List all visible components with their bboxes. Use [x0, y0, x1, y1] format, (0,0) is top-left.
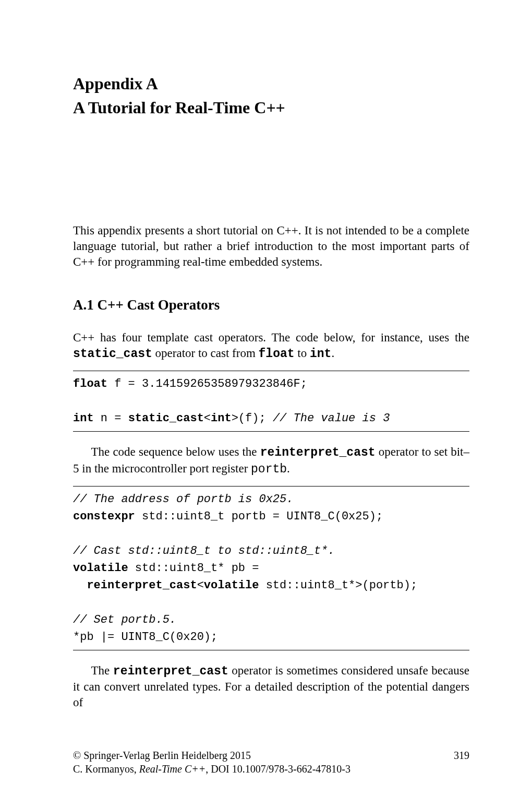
footer-title: Real-Time C++ [139, 763, 206, 775]
para2-pre: The [91, 664, 113, 677]
code2-l2-rest: std::uint8_t portb = UINT8_C(0x25); [135, 510, 383, 523]
code-portb: portb [251, 462, 287, 476]
code2-c1: // The address of portb is 0x25. [73, 493, 293, 506]
code2-l5-pre [73, 579, 87, 592]
kw-int-1: int [73, 412, 94, 425]
intro-paragraph: This appendix presents a short tutorial … [73, 223, 469, 270]
code2-l5-mid1: < [197, 579, 204, 592]
footer-citation: C. Kormanyos, Real-Time C++, DOI 10.1007… [73, 762, 469, 776]
footer-line1: © Springer-Verlag Berlin Heidelberg 2015… [73, 749, 469, 762]
paragraph-1: The code sequence below uses the reinter… [73, 444, 469, 478]
footer-doi: , DOI 10.1007/978-3-662-47810-3 [205, 763, 350, 775]
kw-reinterpret-cast: reinterpret_cast [87, 579, 197, 592]
para1-post: . [287, 462, 290, 475]
appendix-label: Appendix A [73, 73, 469, 95]
code1-line1-rest: f = 3.14159265358979323846F; [107, 377, 307, 390]
code-int: int [310, 347, 331, 361]
code2-l5-rest: std::uint8_t*>(portb); [259, 579, 417, 592]
appendix-title: A Tutorial for Real-Time C++ [73, 97, 469, 119]
footer: © Springer-Verlag Berlin Heidelberg 2015… [73, 749, 469, 776]
section-intro-text: C++ has four template cast operators. Th… [73, 331, 469, 344]
code1-comment: // The value is 3 [273, 412, 390, 425]
section-intro-post: . [331, 347, 334, 360]
footer-author: C. Kormanyos, [73, 763, 139, 775]
kw-volatile-2: volatile [204, 579, 259, 592]
code-static-cast: static_cast [73, 347, 152, 361]
code-block-1: float f = 3.14159265358979323846F; int n… [73, 371, 469, 432]
code-float: float [259, 347, 295, 361]
kw-float: float [73, 377, 107, 390]
code-reinterpret-cast-1: reinterpret_cast [260, 446, 376, 459]
kw-static-cast: static_cast [128, 412, 204, 425]
code-block-2: // The address of portb is 0x25. constex… [73, 486, 469, 650]
section-heading: A.1 C++ Cast Operators [73, 296, 469, 314]
code1-l2-mid2: < [204, 412, 211, 425]
para1-pre: The code sequence below uses the [91, 445, 260, 458]
section-intro-mid1: operator to cast from [152, 347, 259, 360]
code2-c3: // Set portb.5. [73, 613, 176, 626]
code2-c2: // Cast std::uint8_t to std::uint8_t*. [73, 544, 335, 557]
footer-copyright: © Springer-Verlag Berlin Heidelberg 2015 [73, 749, 251, 762]
section-intro: C++ has four template cast operators. Th… [73, 330, 469, 362]
code2-l7: *pb |= UINT8_C(0x20); [73, 631, 217, 644]
code1-l2-mid3: >(f); [232, 412, 273, 425]
code1-l2-mid1: n = [94, 412, 128, 425]
kw-constexpr: constexpr [73, 510, 135, 523]
paragraph-2: The reinterpret_cast operator is sometim… [73, 663, 469, 711]
section-intro-mid2: to [295, 347, 310, 360]
footer-page-number: 319 [454, 749, 469, 762]
kw-int-2: int [211, 412, 232, 425]
kw-volatile-1: volatile [73, 562, 128, 575]
code-reinterpret-cast-2: reinterpret_cast [113, 664, 228, 678]
code2-l4-rest: std::uint8_t* pb = [128, 562, 259, 575]
